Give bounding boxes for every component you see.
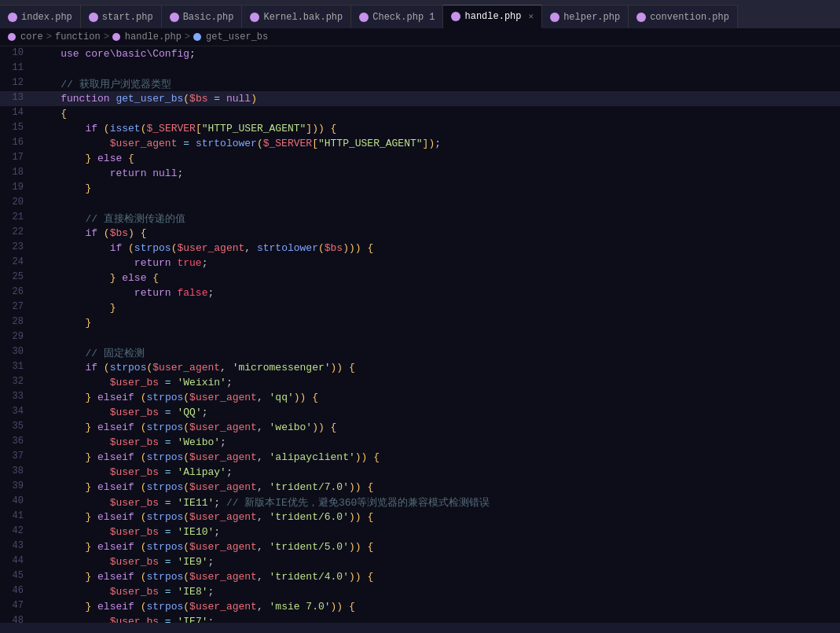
table-row: 26 return false; <box>0 285 840 300</box>
line-content: } <box>33 300 840 315</box>
table-row: 21 // 直接检测传递的值 <box>0 211 840 226</box>
table-row: 33 } elseif (strpos($user_agent, 'qq')) … <box>0 390 840 405</box>
line-number: 14 <box>0 106 33 121</box>
line-number: 19 <box>0 181 33 196</box>
tab-icon-handle <box>451 12 460 21</box>
table-row: 24 return true; <box>0 256 840 270</box>
line-content: function get_user_bs($bs = null) <box>33 91 840 106</box>
table-row: 41 } elseif (strpos($user_agent, 'triden… <box>0 510 840 524</box>
line-number: 16 <box>0 136 33 151</box>
breadcrumb-file-icon <box>112 33 120 41</box>
table-row: 18 return null; <box>0 166 840 181</box>
line-number: 39 <box>0 480 33 495</box>
line-content: $user_bs = 'Weixin'; <box>33 375 840 390</box>
code-table: 10 use core\basic\Config; 11 12 // 获取用户浏… <box>0 46 840 623</box>
line-number: 44 <box>0 554 33 569</box>
line-content: return null; <box>33 166 840 181</box>
tab-convention[interactable]: convention.php <box>629 5 738 28</box>
line-content: // 获取用户浏览器类型 <box>33 76 840 91</box>
line-number: 20 <box>0 196 33 211</box>
table-row: 25 } else { <box>0 270 840 285</box>
line-content: } <box>33 181 840 196</box>
tab-helper[interactable]: helper.php <box>542 5 629 28</box>
tab-start[interactable]: start.php <box>81 5 162 28</box>
tab-icon-helper <box>550 13 559 22</box>
table-row: 38 $user_bs = 'Alipay'; <box>0 465 840 480</box>
table-row: 31 if (strpos($user_agent, 'micromesseng… <box>0 360 840 375</box>
line-content: if (strpos($user_agent, strtolower($bs))… <box>33 241 840 256</box>
breadcrumb-sep3: > <box>185 31 190 42</box>
table-row: 10 use core\basic\Config; <box>0 46 840 61</box>
table-row: 27 } <box>0 300 840 315</box>
tab-close-handle[interactable]: ✕ <box>529 11 534 21</box>
table-row: 13 function get_user_bs($bs = null) <box>0 91 840 106</box>
line-number: 11 <box>0 61 33 76</box>
table-row: 43 } elseif (strpos($user_agent, 'triden… <box>0 539 840 554</box>
table-row: 37 } elseif (strpos($user_agent, 'alipay… <box>0 450 840 465</box>
tab-label-kernel: Kernel.bak.php <box>263 12 343 23</box>
line-content: $user_bs = 'IE11'; // 新版本IE优先，避免360等浏览器的… <box>33 495 840 510</box>
line-content: $user_bs = 'Weibo'; <box>33 435 840 450</box>
breadcrumb: core > function > handle.php > get_user_… <box>0 28 840 46</box>
line-content: $user_bs = 'QQ'; <box>33 405 840 420</box>
line-number: 27 <box>0 300 33 315</box>
tab-icon-index <box>8 13 17 22</box>
line-content: } else { <box>33 151 840 166</box>
table-row: 48 $user_bs = 'IE7'; <box>0 614 840 623</box>
table-row: 22 if ($bs) { <box>0 226 840 241</box>
line-content: $user_agent = strtolower($_SERVER["HTTP_… <box>33 136 840 151</box>
table-row: 34 $user_bs = 'QQ'; <box>0 405 840 420</box>
tab-index[interactable]: index.php <box>0 5 81 28</box>
line-content: } elseif (strpos($user_agent, 'weibo')) … <box>33 420 840 435</box>
tab-label-check: Check.php 1 <box>372 12 435 23</box>
breadcrumb-core[interactable]: core <box>20 31 43 42</box>
tab-label-start: start.php <box>102 12 153 23</box>
table-row: 23 if (strpos($user_agent, strtolower($b… <box>0 241 840 256</box>
breadcrumb-sep1: > <box>46 31 52 42</box>
table-row: 47 } elseif (strpos($user_agent, 'msie 7… <box>0 599 840 614</box>
line-content: } elseif (strpos($user_agent, 'trident/5… <box>33 539 840 554</box>
tab-basic[interactable]: Basic.php <box>162 5 243 28</box>
line-content: } elseif (strpos($user_agent, 'trident/7… <box>33 480 840 495</box>
breadcrumb-handle[interactable]: handle.php <box>125 31 182 42</box>
line-number: 17 <box>0 151 33 166</box>
line-number: 24 <box>0 256 33 270</box>
line-number: 15 <box>0 121 33 136</box>
line-number: 26 <box>0 285 33 300</box>
table-row: 39 } elseif (strpos($user_agent, 'triden… <box>0 480 840 495</box>
line-content: } elseif (strpos($user_agent, 'msie 7.0'… <box>33 599 840 614</box>
table-row: 16 $user_agent = strtolower($_SERVER["HT… <box>0 136 840 151</box>
line-content: if (isset($_SERVER["HTTP_USER_AGENT"])) … <box>33 121 840 136</box>
line-content <box>33 61 840 76</box>
line-content: // 固定检测 <box>33 345 840 360</box>
tab-kernel[interactable]: Kernel.bak.php <box>242 5 351 28</box>
line-content: } <box>33 315 840 330</box>
table-row: 12 // 获取用户浏览器类型 <box>0 76 840 91</box>
line-number: 47 <box>0 599 33 614</box>
line-number: 45 <box>0 569 33 584</box>
line-content: $user_bs = 'IE10'; <box>33 524 840 539</box>
line-number: 31 <box>0 360 33 375</box>
line-number: 40 <box>0 495 33 510</box>
line-number: 32 <box>0 375 33 390</box>
table-row: 35 } elseif (strpos($user_agent, 'weibo'… <box>0 420 840 435</box>
line-number: 42 <box>0 524 33 539</box>
line-content <box>33 196 840 211</box>
line-number: 13 <box>0 91 33 106</box>
table-row: 14 { <box>0 106 840 121</box>
breadcrumb-function[interactable]: function <box>55 31 101 42</box>
table-row: 20 <box>0 196 840 211</box>
line-number: 12 <box>0 76 33 91</box>
tab-handle[interactable]: handle.php ✕ <box>443 5 542 28</box>
tab-check[interactable]: Check.php 1 <box>351 5 443 28</box>
table-row: 44 $user_bs = 'IE9'; <box>0 554 840 569</box>
table-row: 17 } else { <box>0 151 840 166</box>
tab-label-convention: convention.php <box>650 12 729 23</box>
tab-label-helper: helper.php <box>563 12 620 23</box>
table-row: 19 } <box>0 181 840 196</box>
line-number: 29 <box>0 330 33 345</box>
table-row: 40 $user_bs = 'IE11'; // 新版本IE优先，避免360等浏… <box>0 495 840 510</box>
tab-label-handle: handle.php <box>464 11 521 22</box>
code-editor[interactable]: 10 use core\basic\Config; 11 12 // 获取用户浏… <box>0 46 840 623</box>
line-content: // 直接检测传递的值 <box>33 211 840 226</box>
